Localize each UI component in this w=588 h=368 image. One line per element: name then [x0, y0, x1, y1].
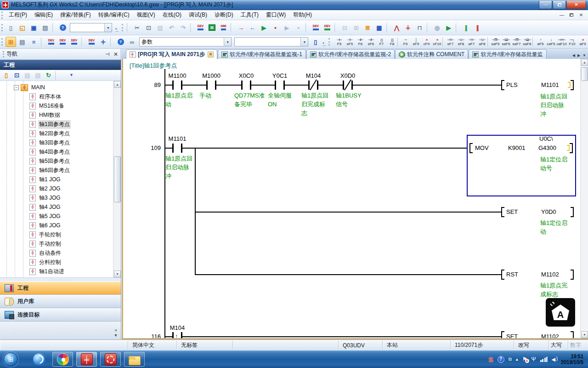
tree-item[interactable]: − 手轮控制 — [0, 230, 113, 239]
refresh-view-icon[interactable]: ↻ — [44, 71, 53, 80]
undo-icon[interactable]: ↶ — [166, 23, 177, 33]
input-method-logo[interactable]: A — [546, 298, 575, 327]
device-zoom-icon[interactable]: ✛ — [98, 37, 108, 47]
copy-data-icon[interactable]: ⊡ — [12, 71, 22, 80]
menu-item[interactable]: 帮助(H) — [289, 10, 316, 20]
toolbar-icon[interactable] — [81, 37, 85, 46]
tree-item[interactable]: − 分料控制 — [0, 258, 113, 267]
statement-display-icon[interactable]: DEV — [57, 37, 68, 47]
mdi-minimize-button[interactable]: — — [558, 12, 566, 18]
tab-device-monitor-2[interactable]: 软元件/缓冲存储器批量监视-2 ✕ — [306, 49, 395, 59]
menu-item[interactable]: 工程(P) — [5, 10, 31, 20]
panel-close-icon[interactable]: ✕ — [113, 51, 118, 58]
device-batch-write-icon[interactable]: DEV — [311, 23, 321, 33]
toolbar-icon[interactable] — [231, 23, 234, 32]
monitor-pause-icon[interactable]: ▶ — [282, 23, 292, 33]
editor-scrollbar[interactable]: ▲ ▼ — [580, 59, 588, 338]
screen-exec-icon[interactable]: ▶ — [443, 23, 454, 33]
restore-button[interactable] — [553, 1, 566, 9]
operand-M1102[interactable]: M1102 — [541, 333, 559, 338]
line-draw-button[interactable]: ─┐F10 — [567, 36, 577, 48]
close-button[interactable]: ✕ — [566, 1, 586, 9]
pulse-ne-open-button[interactable]: ⊣⇈⊢saF5 — [490, 36, 501, 48]
toolbar-icon[interactable] — [127, 23, 130, 32]
sort-filter-icon[interactable]: ▼ — [67, 71, 76, 80]
minimize-button[interactable]: — — [539, 1, 552, 9]
note-display-icon[interactable]: DEV — [69, 37, 79, 47]
monitor-window-icon[interactable]: ▦ — [207, 23, 217, 33]
write-to-plc-icon[interactable]: → — [236, 23, 246, 33]
contact-Y0C1[interactable] — [275, 80, 285, 90]
tree-scrollbar[interactable]: ▲ ▼ — [113, 81, 121, 277]
menu-item[interactable]: 搜索/替换(F) — [57, 10, 95, 20]
contact-M1000[interactable] — [206, 80, 216, 90]
open-contact-branch-button[interactable]: ⊣⊢sF5 — [345, 36, 355, 48]
device-display-icon[interactable]: DEV — [86, 37, 97, 47]
combo-dropdown-icon[interactable]: ▼ — [104, 23, 112, 32]
tree-item[interactable]: − HMI数据 — [0, 110, 113, 120]
ladder-monitor-icon[interactable]: ∥ — [461, 23, 471, 33]
new-project-icon[interactable]: ▯ — [6, 23, 16, 33]
vertical-line-button[interactable]: │sF9 — [411, 36, 421, 48]
coil-button[interactable]: ( )F7 — [376, 36, 387, 48]
tray-expand-icon[interactable]: ▴ — [516, 357, 518, 362]
tab-main-program[interactable]: [PRG]R 写入 MAIN 2071步 ✕ — [126, 49, 217, 59]
falling-pulse-branch-button[interactable]: ⊣↓⊢aF8 — [477, 36, 487, 48]
tab-close-icon[interactable]: ✕ — [208, 52, 214, 58]
toolbar-icon[interactable] — [305, 23, 309, 32]
falling-convert-button[interactable]: ↓caF5 — [546, 36, 556, 48]
toolbar-icon[interactable] — [41, 37, 44, 46]
device-search-icon[interactable]: DEV — [195, 23, 206, 33]
nav-connection-button[interactable]: 连接目标 — [0, 308, 121, 322]
pulse-ne-open-branch-button[interactable]: ⊣⇈⊢saF7 — [511, 36, 522, 48]
navigation-window-icon[interactable]: ⊞ — [6, 37, 16, 47]
tree-collapse-icon[interactable]: − — [14, 85, 19, 90]
tree-item[interactable]: − 手动控制 — [0, 239, 113, 248]
instruction-SET[interactable]: SET — [506, 333, 518, 338]
scroll-up-icon[interactable]: ▲ — [114, 81, 121, 88]
tree-item[interactable]: − 轴3回参考点 — [0, 138, 113, 147]
data-property-icon[interactable]: ▤ — [33, 71, 43, 80]
parameter-combo[interactable]: 参数▼ — [139, 37, 232, 46]
pulse-trace-icon[interactable]: ⊓ — [414, 23, 425, 33]
pin-icon[interactable]: ⊤ — [105, 52, 111, 57]
gx-configurator-taskbar-icon[interactable] — [100, 352, 121, 367]
tree-item[interactable]: − MS16准备 — [0, 101, 113, 110]
toolbar-overflow-icon[interactable]: ▾— — [322, 37, 326, 46]
explorer-taskbar-icon[interactable] — [124, 352, 145, 367]
contact-M104-nc[interactable] — [308, 80, 318, 90]
tree-item[interactable]: − 轴1自动进 — [0, 267, 113, 276]
document-search-icon[interactable]: ▯ — [310, 37, 321, 47]
closed-contact-button[interactable]: ⊣/⊢F6 — [355, 36, 366, 48]
panel-resize-handle[interactable]: ········· — [0, 278, 121, 282]
contact-M1100[interactable] — [172, 80, 182, 90]
contact-X0D0-nc[interactable] — [343, 80, 353, 90]
tree-item[interactable]: − 轴5回参考点 — [0, 156, 113, 166]
sogou-input-icon[interactable]: S — [489, 356, 493, 363]
tree-item[interactable]: − 轴2回参考点 — [0, 129, 113, 138]
toolbar-icon[interactable] — [190, 23, 193, 32]
paste-data-icon[interactable]: ▤ — [23, 71, 32, 80]
menu-item[interactable]: 窗口(W) — [262, 10, 289, 20]
toolbar-icon[interactable] — [110, 37, 113, 46]
screen-keep-icon[interactable]: ▦ — [374, 23, 384, 33]
nav-project-button[interactable]: 工程 — [0, 282, 121, 295]
toolbar-icon[interactable] — [334, 23, 338, 32]
find-binoculars-icon[interactable]: ∞ — [127, 37, 137, 47]
tab-device-monitor-3[interactable]: 软元件/缓冲存储器批量监 ✕ — [469, 49, 546, 59]
mdi-restore-button[interactable] — [567, 12, 576, 18]
browser-taskbar-icon[interactable] — [28, 352, 49, 367]
gxworks2-taskbar-icon[interactable]: ╪ — [76, 352, 97, 367]
volume-icon[interactable]: ◀ — [552, 357, 555, 362]
tree-item[interactable]: − 轴2 JOG — [0, 184, 113, 193]
menu-item[interactable]: 在线(O) — [159, 10, 185, 20]
nav-userlib-button[interactable]: 用户库 — [0, 295, 121, 308]
rising-convert-button[interactable]: ↑aF5 — [535, 36, 546, 48]
redo-icon[interactable]: ↷ — [178, 23, 188, 33]
instruction-RST[interactable]: RST — [506, 271, 518, 278]
read-from-plc-icon[interactable]: ← — [247, 23, 258, 33]
combo-dropdown-icon[interactable]: ▼ — [224, 38, 231, 46]
line-delete-button[interactable]: ×aF9 — [577, 36, 588, 48]
network-signal-icon[interactable] — [540, 356, 548, 362]
panel-more-icon[interactable]: »▾ — [114, 328, 117, 338]
